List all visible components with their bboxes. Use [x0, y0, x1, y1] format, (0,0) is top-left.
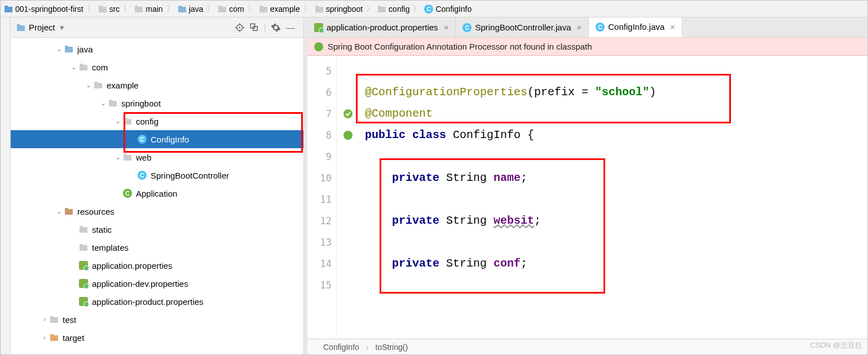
tree-row[interactable]: ›test — [11, 310, 303, 329]
tree-label: test — [63, 315, 76, 325]
tree-row[interactable]: ⌄java — [11, 40, 303, 58]
breadcrumb-item[interactable]: C ConfigInfo — [423, 5, 473, 14]
breadcrumb-item[interactable]: main — [133, 5, 164, 14]
breadcrumb-item[interactable]: java — [177, 5, 205, 14]
tree-label: springboot — [121, 99, 161, 108]
tree-label: web — [136, 153, 152, 162]
prop-icon — [78, 279, 89, 288]
breadcrumb-item[interactable]: example — [258, 5, 301, 14]
editor-tabs: application-product.properties×CSpringBo… — [307, 17, 867, 38]
pkg-icon — [93, 81, 103, 90]
tree-row[interactable]: ⌄web — [11, 148, 303, 166]
tree-row[interactable]: templates — [11, 238, 303, 256]
folder-icon — [78, 225, 89, 234]
close-icon[interactable]: × — [670, 22, 675, 32]
tree-twisty[interactable]: › — [40, 316, 49, 323]
tree-twisty[interactable]: ⌄ — [99, 99, 108, 107]
tree-twisty[interactable]: ⌄ — [84, 81, 93, 89]
tree-label: resources — [77, 207, 114, 216]
pkg-icon — [108, 99, 118, 108]
tree-twisty[interactable]: › — [40, 334, 49, 341]
project-panel: Project ▾ | — ⌄java⌄com⌄example⌄springbo… — [11, 17, 304, 354]
breadcrumb-item[interactable]: springboot — [314, 5, 364, 14]
svg-rect-15 — [378, 6, 381, 8]
tree-label: java — [77, 45, 93, 54]
breadcrumb-item[interactable]: com — [217, 5, 245, 14]
dropdown-icon[interactable]: ▾ — [60, 23, 64, 33]
tree-row[interactable]: ⌄example — [11, 76, 303, 94]
tree-row[interactable]: CApplication — [11, 184, 303, 202]
tree-row[interactable]: ⌄config — [11, 112, 303, 130]
gear-icon[interactable] — [268, 20, 283, 35]
project-panel-title[interactable]: Project — [29, 23, 55, 32]
project-tree[interactable]: ⌄java⌄com⌄example⌄springboot⌄configCConf… — [11, 38, 303, 354]
svg-rect-43 — [80, 244, 83, 246]
svg-rect-27 — [65, 46, 68, 48]
editor-tab[interactable]: CConfigInfo.java× — [589, 17, 682, 37]
tree-twisty[interactable]: ⌄ — [55, 207, 64, 215]
tree-label: application-product.properties — [92, 297, 204, 307]
prop-icon — [78, 261, 89, 270]
breadcrumb-item[interactable]: 001-springboot-first — [3, 5, 85, 14]
svg-rect-5 — [135, 6, 138, 8]
svg-point-19 — [239, 26, 241, 28]
tree-row[interactable]: application-dev.properties — [11, 274, 303, 292]
spring-gutter-icon — [343, 130, 353, 140]
folder-res-icon — [64, 207, 74, 216]
status-class[interactable]: ConfigInfo — [323, 343, 359, 352]
svg-rect-45 — [50, 316, 54, 318]
tree-twisty[interactable]: ⌄ — [113, 117, 122, 125]
folder-icon — [78, 243, 89, 252]
breadcrumb: 001-springboot-first〉 src〉 main〉 java〉 c… — [1, 1, 867, 17]
spring-icon — [314, 42, 323, 51]
status-method[interactable]: toString() — [376, 343, 408, 352]
tree-row[interactable]: application-product.properties — [11, 292, 303, 310]
pkg-icon — [78, 63, 89, 72]
pkg-icon — [122, 117, 133, 126]
folder-src-icon — [64, 45, 74, 54]
tree-row[interactable]: CSpringBootController — [11, 166, 303, 184]
class-icon: C — [137, 171, 147, 180]
svg-rect-39 — [65, 208, 68, 210]
tree-row[interactable]: ⌄resources — [11, 202, 303, 220]
svg-rect-31 — [94, 82, 98, 84]
tree-twisty[interactable]: ⌄ — [69, 63, 78, 71]
spring-gutter-icon — [343, 109, 353, 119]
spring-class-icon: C — [122, 189, 133, 198]
svg-rect-7 — [178, 6, 182, 8]
breadcrumb-item[interactable]: config — [376, 5, 411, 14]
pkg-icon — [122, 153, 133, 162]
tree-row[interactable]: static — [11, 220, 303, 238]
line-gutter: 56789101112131415 — [307, 56, 337, 339]
prop-icon — [78, 297, 89, 306]
close-icon[interactable]: × — [444, 23, 449, 32]
tree-twisty[interactable]: ⌄ — [55, 45, 64, 53]
minimize-icon[interactable]: — — [283, 20, 298, 35]
tree-row[interactable]: ⌄com — [11, 58, 303, 76]
svg-rect-13 — [315, 6, 319, 8]
editor-tab[interactable]: CSpringBootController.java× — [456, 17, 589, 37]
tree-row[interactable]: ⌄springboot — [11, 94, 303, 112]
class-icon: C — [137, 135, 147, 144]
left-tool-rail — [1, 17, 11, 354]
editor-tab[interactable]: application-product.properties× — [307, 17, 456, 37]
tree-row[interactable]: CConfigInfo — [11, 130, 303, 148]
collapse-all-icon[interactable] — [247, 20, 262, 35]
tree-label: example — [107, 81, 139, 90]
tree-row[interactable]: application.properties — [11, 256, 303, 274]
locate-icon[interactable] — [232, 20, 247, 35]
code-editor[interactable]: 56789101112131415 @ConfigurationProperti… — [307, 56, 867, 339]
svg-point-49 — [343, 131, 353, 140]
tree-row[interactable]: ›target — [11, 329, 303, 347]
tree-twisty[interactable]: ⌄ — [113, 153, 122, 161]
svg-rect-47 — [50, 334, 54, 336]
close-icon[interactable]: × — [577, 23, 582, 32]
svg-rect-9 — [218, 6, 222, 8]
svg-rect-29 — [80, 64, 83, 66]
editor-area: application-product.properties×CSpringBo… — [304, 17, 867, 354]
svg-rect-17 — [17, 24, 20, 26]
svg-rect-3 — [99, 6, 102, 8]
breadcrumb-item[interactable]: src — [97, 5, 121, 14]
code-body[interactable]: @ConfigurationProperties(prefix = "schoo… — [359, 56, 867, 339]
tree-label: SpringBootController — [151, 171, 229, 180]
